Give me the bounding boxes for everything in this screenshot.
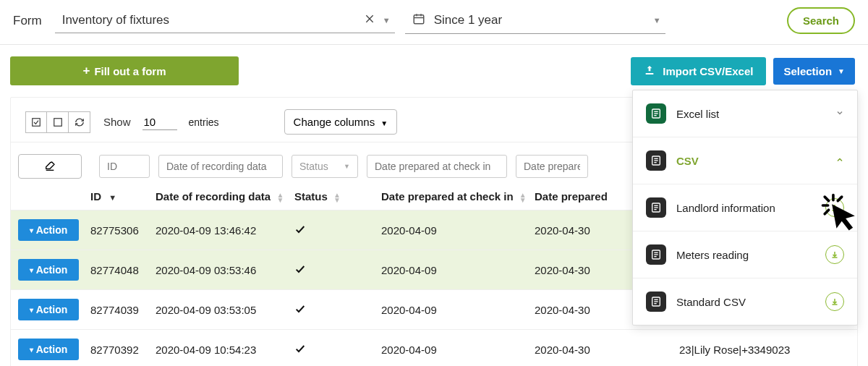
filter-recording-input[interactable] <box>158 155 283 178</box>
header-checkin[interactable]: Date prepared at check in ▲▼ <box>381 190 535 203</box>
chevron-down-icon[interactable]: ▼ <box>383 16 391 25</box>
header-id-label: ID <box>90 190 101 203</box>
header-status[interactable]: Status ▲▼ <box>294 190 381 203</box>
cell-id: 82775306 <box>90 224 156 237</box>
change-columns-button[interactable]: Change columns ▼ <box>284 109 398 135</box>
refresh-button[interactable] <box>69 111 90 133</box>
svg-rect-6 <box>646 73 654 75</box>
dropdown-item-csv[interactable]: CSV <box>633 137 857 184</box>
download-icon[interactable] <box>825 292 844 311</box>
selection-dropdown: Excel listCSVLandlord informationMeters … <box>632 90 858 325</box>
chevron-down-icon: ▾ <box>30 266 33 274</box>
cell-status <box>294 263 381 277</box>
cell-checkin: 2020-04-09 <box>381 304 535 316</box>
filter-id-input[interactable] <box>99 155 150 178</box>
cell-recording: 2020-04-09 03:53:05 <box>156 304 294 316</box>
clear-icon[interactable] <box>364 13 375 28</box>
action-label: Action <box>36 224 68 236</box>
chevron-down-icon[interactable]: ▼ <box>653 16 661 25</box>
chevron-down-icon: ▼ <box>838 67 845 75</box>
svg-rect-39 <box>54 118 61 126</box>
header-checkout-label: Date prepared <box>535 190 608 203</box>
selection-button[interactable]: Selection ▼ <box>773 58 855 85</box>
dropdown-item-label: Standard CSV <box>676 296 815 308</box>
csv-file-icon <box>646 197 666 218</box>
chevron-up-icon <box>835 156 844 166</box>
check-icon <box>294 303 306 315</box>
filter-status-select[interactable]: Status ▼ <box>292 155 358 178</box>
dropdown-item-label: Meters reading <box>676 249 815 261</box>
check-icon <box>294 263 306 275</box>
chevron-down-icon: ▼ <box>344 163 350 170</box>
plus-icon: + <box>82 64 90 78</box>
dropdown-item-label: CSV <box>676 155 825 167</box>
top-filter-bar: Form Inventory of fixtures ▼ Since 1 yea… <box>0 0 868 45</box>
dropdown-item-standard-csv[interactable]: Standard CSV <box>633 278 857 325</box>
cell-recording: 2020-04-09 10:54:23 <box>156 344 294 356</box>
dropdown-item-label: Landlord information <box>676 202 815 214</box>
chevron-down-icon: ▾ <box>30 306 33 314</box>
filter-status-placeholder: Status <box>299 161 328 172</box>
chevron-down-icon <box>835 108 844 119</box>
row-action-button[interactable]: ▾Action <box>18 219 79 241</box>
import-csv-button[interactable]: Import CSV/Excel <box>631 57 766 85</box>
change-columns-label: Change columns <box>294 116 375 128</box>
sort-icon: ▲▼ <box>276 192 284 203</box>
clear-filters-button[interactable] <box>18 154 82 179</box>
show-label: Show <box>103 116 131 128</box>
dropdown-item-label: Excel list <box>676 108 825 120</box>
row-action-button[interactable]: ▾Action <box>18 339 79 360</box>
form-select-value: Inventory of fixtures <box>62 13 364 27</box>
cell-id: 82774039 <box>90 304 156 316</box>
calendar-icon <box>412 12 425 29</box>
import-label: Import CSV/Excel <box>663 65 753 77</box>
filter-checkout-input[interactable] <box>516 155 588 178</box>
cell-recording: 2020-04-09 03:53:46 <box>156 264 294 276</box>
header-recording[interactable]: Date of recording data ▲▼ <box>156 190 294 203</box>
upload-icon <box>644 64 655 78</box>
download-icon[interactable] <box>825 198 844 217</box>
csv-file-icon <box>646 291 666 312</box>
csv-file-icon <box>646 244 666 265</box>
entries-input[interactable] <box>142 114 177 130</box>
selection-label: Selection <box>783 65 832 77</box>
time-range-select[interactable]: Since 1 year ▼ <box>405 8 665 34</box>
time-select-value: Since 1 year <box>434 13 653 27</box>
select-none-checkbox[interactable] <box>47 111 69 133</box>
dropdown-item-excel-list[interactable]: Excel list <box>633 90 857 137</box>
sort-desc-icon: ▼ <box>109 193 116 202</box>
cell-status <box>294 303 381 317</box>
header-id[interactable]: ID ▼ <box>90 190 156 203</box>
select-controls-group <box>25 111 90 133</box>
cell-checkin: 2020-04-09 <box>381 264 535 276</box>
cell-checkin: 2020-04-09 <box>381 224 535 237</box>
filter-checkin-input[interactable] <box>367 155 507 178</box>
svg-rect-2 <box>414 14 424 23</box>
cell-recording: 2020-04-09 13:46:42 <box>156 224 294 237</box>
row-action-button[interactable]: ▾Action <box>18 299 79 320</box>
download-icon[interactable] <box>825 245 844 264</box>
chevron-down-icon: ▾ <box>30 346 33 354</box>
cell-checkout: 2020-04-30 <box>535 344 679 356</box>
cell-checkin: 2020-04-09 <box>381 344 535 356</box>
fill-form-label: Fill out a form <box>94 65 166 77</box>
cell-id: 82774048 <box>90 264 156 276</box>
chevron-down-icon: ▼ <box>380 119 388 127</box>
dropdown-item-meters-reading[interactable]: Meters reading <box>633 231 857 278</box>
chevron-down-icon: ▾ <box>30 226 33 234</box>
select-all-checkbox[interactable] <box>25 111 47 133</box>
header-checkin-label: Date prepared at check in <box>381 190 514 203</box>
cell-status <box>294 343 381 357</box>
action-label: Action <box>36 304 68 315</box>
fill-form-button[interactable]: + Fill out a form <box>10 56 239 85</box>
dropdown-item-landlord-information[interactable]: Landlord information <box>633 184 857 231</box>
cell-status <box>294 224 381 237</box>
header-status-label: Status <box>294 190 328 203</box>
check-icon <box>294 343 306 354</box>
search-button[interactable]: Search <box>787 7 855 34</box>
form-select[interactable]: Inventory of fixtures ▼ <box>55 9 395 33</box>
row-action-button[interactable]: ▾Action <box>18 259 79 281</box>
entries-label: entries <box>189 116 219 128</box>
cell-extra: 23|Lily Rose|+3349023 <box>679 344 850 356</box>
svg-rect-38 <box>33 118 41 126</box>
